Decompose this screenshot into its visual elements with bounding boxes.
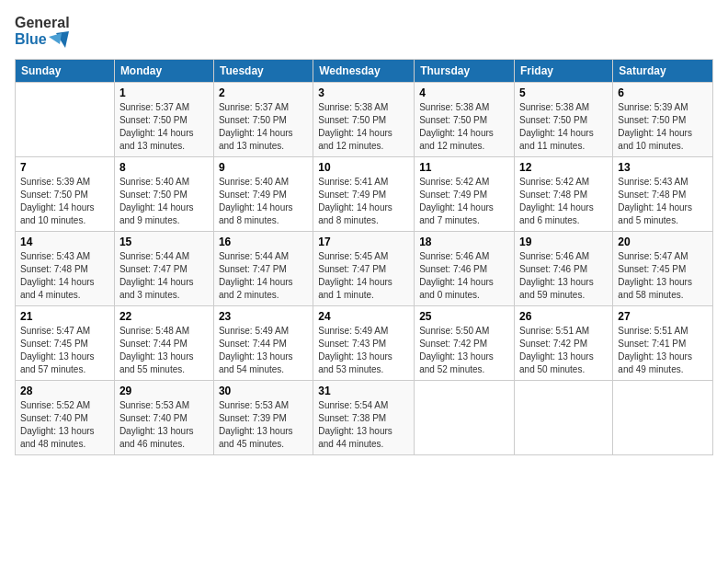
day-cell (415, 380, 515, 454)
day-number: 26 (519, 310, 608, 323)
day-number: 16 (219, 236, 308, 248)
day-info: Sunrise: 5:49 AM Sunset: 7:44 PM Dayligh… (219, 325, 308, 376)
logo-line1: General (15, 15, 70, 31)
day-number: 5 (519, 86, 608, 99)
day-info: Sunrise: 5:37 AM Sunset: 7:50 PM Dayligh… (219, 101, 308, 153)
day-number: 6 (618, 86, 708, 99)
col-header-friday: Friday (515, 59, 613, 82)
day-number: 8 (119, 161, 209, 174)
day-cell: 3Sunrise: 5:38 AM Sunset: 7:50 PM Daylig… (313, 82, 415, 156)
day-cell: 28Sunrise: 5:52 AM Sunset: 7:40 PM Dayli… (16, 380, 115, 454)
day-cell: 20Sunrise: 5:47 AM Sunset: 7:45 PM Dayli… (613, 231, 713, 305)
day-number: 27 (618, 310, 708, 323)
day-number: 22 (119, 310, 209, 323)
day-number: 31 (318, 385, 409, 397)
day-cell: 30Sunrise: 5:53 AM Sunset: 7:39 PM Dayli… (213, 380, 313, 454)
day-info: Sunrise: 5:44 AM Sunset: 7:47 PM Dayligh… (219, 250, 308, 302)
day-info: Sunrise: 5:52 AM Sunset: 7:40 PM Dayligh… (20, 399, 109, 451)
svg-marker-1 (49, 33, 62, 44)
week-row-4: 21Sunrise: 5:47 AM Sunset: 7:45 PM Dayli… (16, 305, 713, 380)
col-header-tuesday: Tuesday (213, 59, 313, 82)
logo: General Blue (15, 15, 70, 48)
day-info: Sunrise: 5:39 AM Sunset: 7:50 PM Dayligh… (618, 101, 708, 153)
day-cell: 10Sunrise: 5:41 AM Sunset: 7:49 PM Dayli… (313, 156, 415, 231)
day-cell: 29Sunrise: 5:53 AM Sunset: 7:40 PM Dayli… (114, 380, 213, 454)
day-cell: 17Sunrise: 5:45 AM Sunset: 7:47 PM Dayli… (313, 231, 415, 305)
day-cell: 2Sunrise: 5:37 AM Sunset: 7:50 PM Daylig… (213, 82, 313, 156)
day-cell: 8Sunrise: 5:40 AM Sunset: 7:50 PM Daylig… (114, 156, 213, 231)
day-number: 21 (20, 310, 109, 323)
day-number: 4 (419, 86, 509, 99)
day-info: Sunrise: 5:39 AM Sunset: 7:50 PM Dayligh… (20, 176, 109, 227)
day-info: Sunrise: 5:45 AM Sunset: 7:47 PM Dayligh… (318, 250, 409, 302)
day-number: 14 (20, 236, 109, 248)
day-info: Sunrise: 5:47 AM Sunset: 7:45 PM Dayligh… (20, 325, 109, 376)
day-cell: 31Sunrise: 5:54 AM Sunset: 7:38 PM Dayli… (313, 380, 415, 454)
day-number: 17 (318, 236, 409, 248)
day-cell: 16Sunrise: 5:44 AM Sunset: 7:47 PM Dayli… (213, 231, 313, 305)
day-cell (515, 380, 613, 454)
day-number: 9 (219, 161, 308, 174)
day-info: Sunrise: 5:53 AM Sunset: 7:40 PM Dayligh… (119, 399, 209, 451)
day-cell (16, 82, 115, 156)
day-number: 25 (419, 310, 509, 323)
header: General Blue (15, 15, 713, 48)
day-cell: 27Sunrise: 5:51 AM Sunset: 7:41 PM Dayli… (613, 305, 713, 380)
day-number: 19 (519, 236, 608, 248)
day-number: 11 (419, 161, 509, 174)
day-info: Sunrise: 5:46 AM Sunset: 7:46 PM Dayligh… (519, 250, 608, 302)
day-info: Sunrise: 5:50 AM Sunset: 7:42 PM Dayligh… (419, 325, 509, 376)
day-info: Sunrise: 5:38 AM Sunset: 7:50 PM Dayligh… (419, 101, 509, 153)
day-info: Sunrise: 5:54 AM Sunset: 7:38 PM Dayligh… (318, 399, 409, 451)
day-number: 1 (119, 86, 209, 99)
day-cell: 26Sunrise: 5:51 AM Sunset: 7:42 PM Dayli… (515, 305, 613, 380)
day-info: Sunrise: 5:44 AM Sunset: 7:47 PM Dayligh… (119, 250, 209, 302)
day-cell: 14Sunrise: 5:43 AM Sunset: 7:48 PM Dayli… (16, 231, 115, 305)
day-number: 20 (618, 236, 708, 248)
day-info: Sunrise: 5:47 AM Sunset: 7:45 PM Dayligh… (618, 250, 708, 302)
day-number: 29 (119, 385, 209, 397)
day-info: Sunrise: 5:42 AM Sunset: 7:48 PM Dayligh… (519, 176, 608, 227)
logo-bird-icon (49, 31, 69, 48)
day-number: 30 (219, 385, 308, 397)
day-cell: 15Sunrise: 5:44 AM Sunset: 7:47 PM Dayli… (114, 231, 213, 305)
day-cell: 22Sunrise: 5:48 AM Sunset: 7:44 PM Dayli… (114, 305, 213, 380)
day-number: 3 (318, 86, 409, 99)
day-cell: 1Sunrise: 5:37 AM Sunset: 7:50 PM Daylig… (114, 82, 213, 156)
calendar-table: SundayMondayTuesdayWednesdayThursdayFrid… (15, 59, 713, 455)
day-cell: 25Sunrise: 5:50 AM Sunset: 7:42 PM Dayli… (415, 305, 515, 380)
day-info: Sunrise: 5:51 AM Sunset: 7:42 PM Dayligh… (519, 325, 608, 376)
day-number: 2 (219, 86, 308, 99)
logo-line2: Blue (15, 31, 70, 48)
day-number: 13 (618, 161, 708, 174)
day-cell: 19Sunrise: 5:46 AM Sunset: 7:46 PM Dayli… (515, 231, 613, 305)
day-number: 28 (20, 385, 109, 397)
week-row-1: 1Sunrise: 5:37 AM Sunset: 7:50 PM Daylig… (16, 82, 713, 156)
day-cell: 21Sunrise: 5:47 AM Sunset: 7:45 PM Dayli… (16, 305, 115, 380)
day-cell: 24Sunrise: 5:49 AM Sunset: 7:43 PM Dayli… (313, 305, 415, 380)
day-info: Sunrise: 5:38 AM Sunset: 7:50 PM Dayligh… (519, 101, 608, 153)
day-info: Sunrise: 5:48 AM Sunset: 7:44 PM Dayligh… (119, 325, 209, 376)
col-header-monday: Monday (114, 59, 213, 82)
day-number: 24 (318, 310, 409, 323)
day-info: Sunrise: 5:40 AM Sunset: 7:49 PM Dayligh… (219, 176, 308, 227)
col-header-thursday: Thursday (415, 59, 515, 82)
day-number: 10 (318, 161, 409, 174)
logo-text: General Blue (15, 15, 70, 48)
day-cell (613, 380, 713, 454)
day-cell: 12Sunrise: 5:42 AM Sunset: 7:48 PM Dayli… (515, 156, 613, 231)
day-number: 15 (119, 236, 209, 248)
col-header-saturday: Saturday (613, 59, 713, 82)
day-cell: 9Sunrise: 5:40 AM Sunset: 7:49 PM Daylig… (213, 156, 313, 231)
week-row-5: 28Sunrise: 5:52 AM Sunset: 7:40 PM Dayli… (16, 380, 713, 454)
col-header-sunday: Sunday (16, 59, 115, 82)
day-cell: 18Sunrise: 5:46 AM Sunset: 7:46 PM Dayli… (415, 231, 515, 305)
column-headers: SundayMondayTuesdayWednesdayThursdayFrid… (16, 59, 713, 82)
day-info: Sunrise: 5:49 AM Sunset: 7:43 PM Dayligh… (318, 325, 409, 376)
day-info: Sunrise: 5:37 AM Sunset: 7:50 PM Dayligh… (119, 101, 209, 153)
week-row-3: 14Sunrise: 5:43 AM Sunset: 7:48 PM Dayli… (16, 231, 713, 305)
week-row-2: 7Sunrise: 5:39 AM Sunset: 7:50 PM Daylig… (16, 156, 713, 231)
day-info: Sunrise: 5:40 AM Sunset: 7:50 PM Dayligh… (119, 176, 209, 227)
day-number: 18 (419, 236, 509, 248)
day-cell: 4Sunrise: 5:38 AM Sunset: 7:50 PM Daylig… (415, 82, 515, 156)
